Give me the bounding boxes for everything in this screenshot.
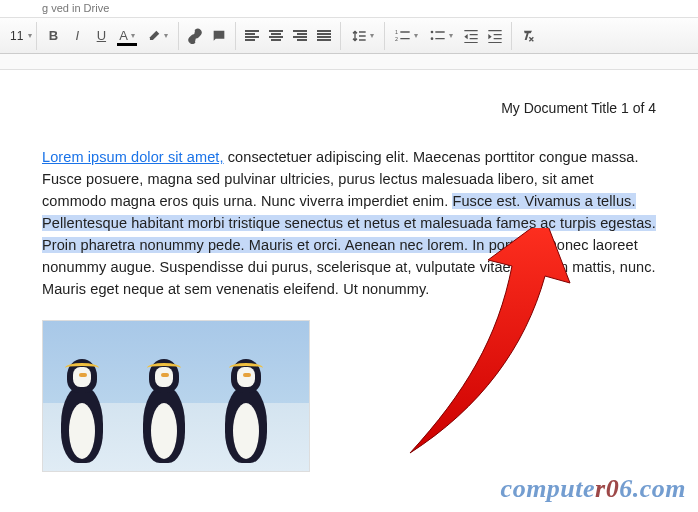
watermark: computer06.com [501, 474, 686, 504]
highlight-color-button[interactable]: ▾ [141, 23, 174, 49]
svg-point-2 [431, 30, 434, 33]
font-size-group: 11 ▾ [2, 22, 37, 50]
align-left-button[interactable] [240, 23, 264, 49]
svg-text:2: 2 [395, 35, 398, 41]
bulleted-list-button[interactable]: ▾ [424, 23, 459, 49]
paragraph-1[interactable]: Lorem ipsum dolor sit amet, consectetuer… [42, 146, 656, 300]
insert-comment-button[interactable] [207, 23, 231, 49]
text-color-swatch [117, 43, 137, 46]
indent-decrease-icon [463, 29, 479, 43]
underline-button[interactable]: U [89, 23, 113, 49]
document-page: My Document Title 1 of 4 Lorem ipsum dol… [0, 70, 698, 472]
line-spacing-button[interactable]: ▾ [345, 23, 380, 49]
increase-indent-button[interactable] [483, 23, 507, 49]
list-bulleted-icon [430, 29, 446, 43]
highlighter-icon [147, 29, 161, 43]
save-status: g ved in Drive [42, 2, 109, 14]
align-right-button[interactable] [288, 23, 312, 49]
formatting-toolbar: 11 ▾ B I U A ▾ ▾ [0, 18, 698, 54]
document-image[interactable] [42, 320, 310, 472]
link-icon [187, 28, 203, 44]
chevron-down-icon: ▾ [370, 31, 374, 40]
chevron-down-icon[interactable]: ▾ [28, 31, 32, 40]
numbered-list-button[interactable]: 12 ▾ [389, 23, 424, 49]
italic-button[interactable]: I [65, 23, 89, 49]
comment-icon [211, 28, 227, 44]
clear-formatting-button[interactable] [516, 23, 540, 49]
chevron-down-icon: ▾ [164, 31, 168, 40]
align-left-icon [245, 30, 259, 42]
chevron-down-icon: ▾ [449, 31, 453, 40]
bold-button[interactable]: B [41, 23, 65, 49]
chevron-down-icon: ▾ [131, 31, 135, 40]
line-spacing-icon [351, 29, 367, 43]
font-size-input[interactable]: 11 [6, 29, 27, 43]
title-bar: g ved in Drive [0, 0, 698, 18]
svg-point-3 [431, 37, 434, 40]
list-numbered-icon: 12 [395, 29, 411, 43]
clear-format-icon [520, 28, 536, 44]
text-color-button[interactable]: A ▾ [113, 23, 141, 49]
align-right-icon [293, 30, 307, 42]
align-center-button[interactable] [264, 23, 288, 49]
indent-increase-icon [487, 29, 503, 43]
insert-link-button[interactable] [183, 23, 207, 49]
page-header[interactable]: My Document Title 1 of 4 [42, 100, 656, 116]
chevron-down-icon: ▾ [414, 31, 418, 40]
hyperlink[interactable]: Lorem ipsum dolor sit amet, [42, 149, 224, 165]
horizontal-ruler[interactable] [0, 54, 698, 70]
decrease-indent-button[interactable] [459, 23, 483, 49]
align-center-icon [269, 30, 283, 42]
align-justify-icon [317, 30, 331, 42]
svg-text:1: 1 [395, 29, 398, 35]
align-justify-button[interactable] [312, 23, 336, 49]
document-body[interactable]: Lorem ipsum dolor sit amet, consectetuer… [42, 146, 656, 300]
